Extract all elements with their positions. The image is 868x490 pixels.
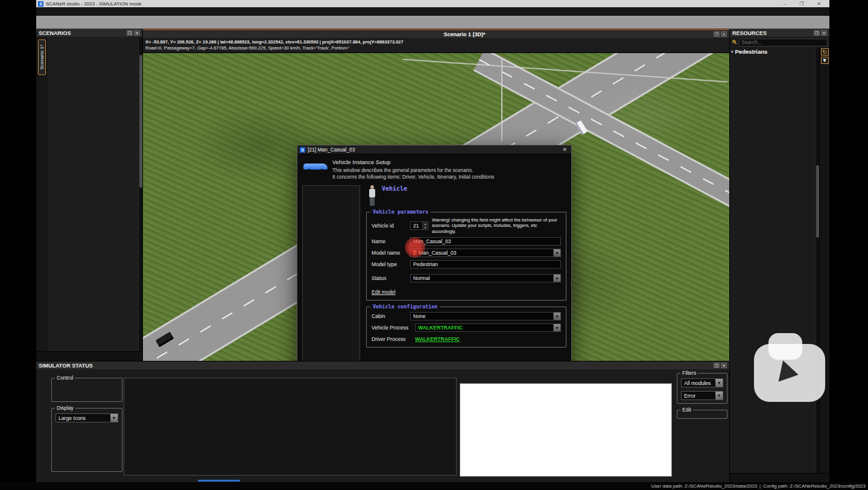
scenarios-bottom-tabs xyxy=(36,351,142,361)
cabin-select[interactable]: None▼ xyxy=(410,312,561,320)
control-group: Control xyxy=(51,378,122,402)
panel-float-button[interactable]: ❐ xyxy=(714,363,720,368)
vehicle-setup-dialog: S [21] Man_Casual_03 ✕ Vehicle Instance … xyxy=(297,145,572,361)
panel-close-button[interactable]: ✕ xyxy=(721,31,727,37)
vehicle-parameters-group: Vehicle parameters Vehicle id 21▲▼ Warni… xyxy=(366,212,566,301)
car-icon xyxy=(303,161,328,173)
vehicle-process-select[interactable]: WALKERTRAFFIC▼ xyxy=(415,323,561,332)
viewport-coordinates: X= -53.897, Y= 206.526, Z= 19.266 | lat=… xyxy=(145,39,727,45)
model-name-select[interactable]: Man_Casual_03▼ xyxy=(410,249,561,257)
name-input[interactable]: Man_Casual_03 xyxy=(410,237,561,246)
filter-module-select[interactable]: All modules▼ xyxy=(681,378,723,387)
menu-bar xyxy=(36,7,829,16)
model-name-label: Model name xyxy=(372,250,410,256)
driver-process-label: Driver Process xyxy=(372,336,415,342)
model-type-label: Model type xyxy=(372,261,410,267)
resources-scrollbar[interactable] xyxy=(815,48,819,473)
toolbar xyxy=(36,16,829,29)
light-pole xyxy=(501,58,502,141)
status-log-area[interactable] xyxy=(460,383,672,477)
vehicle-id-label: Vehicle id xyxy=(372,223,410,229)
display-group: Display Large Icons▼ xyxy=(51,408,122,472)
resources-tree: ▾Pedestrians xyxy=(730,48,815,473)
scene-3d[interactable]: S [21] Man_Casual_03 ✕ Vehicle Instance … xyxy=(143,53,729,361)
modules-horizontal-scrollbar[interactable] xyxy=(198,480,240,482)
panel-close-button[interactable]: ✕ xyxy=(134,30,140,36)
dropdown-arrow-icon[interactable]: ▼ xyxy=(553,275,560,282)
dropdown-arrow-icon[interactable]: ▼ xyxy=(553,313,560,320)
close-button[interactable]: ✕ xyxy=(817,1,821,7)
status-label: Status xyxy=(372,275,410,281)
group-title: Vehicle configuration xyxy=(370,304,440,310)
scenario-tree xyxy=(48,37,138,351)
resources-panel: RESOURCES ❐ ✕ 🔍︎ ▾Pedestrians xyxy=(729,29,829,483)
viewport-title-bar: Scenario 1 (3D)* ❐ ✕ xyxy=(143,30,729,38)
dialog-header: Vehicle Instance Setup This window descr… xyxy=(297,154,571,183)
dropdown-arrow-icon[interactable]: ▼ xyxy=(715,379,723,387)
filter-level-select[interactable]: Error▼ xyxy=(681,391,723,400)
config-path: Config path: Z:/SCANeRstudio_2023/config… xyxy=(763,483,866,489)
viewport-info: X= -53.897, Y= 206.526, Z= 19.266 | lat=… xyxy=(143,38,729,53)
panel-float-button[interactable]: ❐ xyxy=(714,31,720,37)
scenario-tab-strip: Scenario 1* xyxy=(36,37,48,351)
viewport-title: Scenario 1 (3D)* xyxy=(218,31,711,37)
scenarios-panel: SCENARIOS ❐ ✕ Scenario 1* xyxy=(36,29,143,361)
model-type-input[interactable]: Pedestrian xyxy=(410,260,561,269)
panel-float-button[interactable]: ❐ xyxy=(127,30,133,36)
display-mode-select[interactable]: Large Icons▼ xyxy=(55,413,118,422)
viewport-panel: Scenario 1 (3D)* ❐ ✕ X= -53.897, Y= 206.… xyxy=(143,29,729,361)
simulator-status-panel: SIMULATOR STATUS ❐ ✕ Control Display Lar… xyxy=(36,361,729,483)
pedestrians-root-node[interactable]: ▾Pedestrians xyxy=(730,48,815,56)
dialog-title-bar[interactable]: S [21] Man_Casual_03 ✕ xyxy=(297,145,571,154)
resources-side-tabs: ↻ ▼ xyxy=(819,48,829,473)
section-title: Vehicle xyxy=(382,185,407,192)
edit-group-label: Edit xyxy=(680,407,693,413)
dialog-header-line1: This window describes the general parame… xyxy=(332,167,494,174)
status-separator: | xyxy=(759,483,761,489)
dropdown-arrow-icon[interactable]: ▼ xyxy=(110,414,118,422)
scenarios-panel-title: SCENARIOS ❐ ✕ xyxy=(36,29,142,37)
white-car[interactable] xyxy=(575,121,588,135)
refresh-icon[interactable]: ↻ xyxy=(821,48,829,56)
panel-close-button[interactable]: ✕ xyxy=(721,363,727,368)
dialog-header-line2: It concerns the following items: Driver,… xyxy=(332,174,494,180)
dropdown-arrow-icon[interactable]: ▼ xyxy=(715,392,723,399)
scenario-tree-scrollbar[interactable] xyxy=(138,37,142,351)
dropdown-arrow-icon[interactable]: ▼ xyxy=(553,324,560,331)
dialog-tab-list xyxy=(302,185,360,361)
driver-process-link[interactable]: WALKERTRAFFIC xyxy=(415,336,460,342)
spinner-arrows-icon[interactable]: ▲▼ xyxy=(422,222,428,229)
status-select[interactable]: Normal▼ xyxy=(410,274,561,282)
dialog-logo-icon: S xyxy=(300,147,305,153)
cabin-label: Cabin xyxy=(372,313,410,319)
vehicle-id-input[interactable]: 21▲▼ xyxy=(410,221,428,230)
vehicle-process-label: Vehicle Process xyxy=(372,325,415,331)
status-bar: User data path: Z:/SCANeRstudio_2023/dat… xyxy=(0,482,868,490)
vehicle-configuration-group: Vehicle configuration Cabin None▼ Vehicl… xyxy=(366,307,566,348)
app-window: S SCANeR studio - 2023 - SIMULATION mode… xyxy=(36,0,829,483)
pedestrian-icon xyxy=(367,185,377,206)
screen: S SCANeR studio - 2023 - SIMULATION mode… xyxy=(0,0,868,490)
dialog-close-icon[interactable]: ✕ xyxy=(560,147,569,153)
minimize-button[interactable]: – xyxy=(784,1,786,7)
search-icon: 🔍︎ xyxy=(732,39,737,45)
vehicle-id-warning: Warning! changing this field might affec… xyxy=(428,217,561,234)
app-logo-icon: S xyxy=(38,1,43,7)
resources-bottom-tabs xyxy=(730,473,829,483)
group-title: Vehicle parameters xyxy=(370,209,431,215)
guardrail xyxy=(403,59,728,83)
filters-group-label: Filters xyxy=(680,370,698,376)
scenario-vertical-tab[interactable]: Scenario 1* xyxy=(38,39,46,75)
maximize-button[interactable]: ❐ xyxy=(799,1,803,7)
filter-funnel-icon[interactable]: ▼ xyxy=(821,57,829,64)
resources-panel-title: RESOURCES ❐ ✕ xyxy=(730,29,829,37)
window-title: SCANeR studio - 2023 - SIMULATION mode xyxy=(46,1,142,7)
dropdown-arrow-icon[interactable]: ▼ xyxy=(553,249,560,256)
black-car[interactable] xyxy=(156,332,174,348)
resources-search-input[interactable] xyxy=(739,39,828,46)
dialog-header-title: Vehicle Instance Setup xyxy=(332,159,494,165)
panel-float-button[interactable]: ❐ xyxy=(814,30,820,36)
name-label: Name xyxy=(372,238,410,244)
panel-close-button[interactable]: ✕ xyxy=(821,30,827,36)
edit-model-link[interactable]: Edit model xyxy=(372,289,396,295)
